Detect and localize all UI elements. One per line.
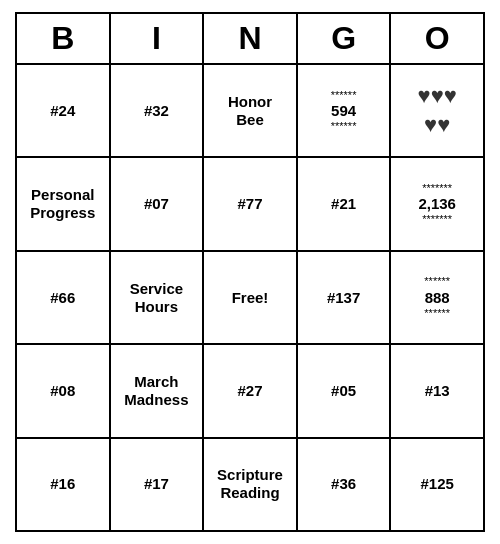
- bingo-cell: ♥♥♥♥♥: [391, 65, 483, 156]
- bingo-cell: #137: [298, 252, 392, 343]
- bingo-cell: ******594******: [298, 65, 392, 156]
- bingo-cell: ServiceHours: [111, 252, 205, 343]
- bingo-cell: #32: [111, 65, 205, 156]
- bingo-cell: #07: [111, 158, 205, 249]
- bingo-cell: MarchMadness: [111, 345, 205, 436]
- bingo-cell: #66: [17, 252, 111, 343]
- bingo-cell: #125: [391, 439, 483, 530]
- bingo-cell: ******888******: [391, 252, 483, 343]
- bingo-cell: #21: [298, 158, 392, 249]
- header-letter: B: [17, 14, 111, 63]
- bingo-cell: ScriptureReading: [204, 439, 298, 530]
- bingo-cell: Free!: [204, 252, 298, 343]
- header-letter: G: [298, 14, 392, 63]
- bingo-cell: #13: [391, 345, 483, 436]
- header-letter: N: [204, 14, 298, 63]
- header-letter: O: [391, 14, 483, 63]
- bingo-card: BINGO #24#32HonorBee******594******♥♥♥♥♥…: [15, 12, 485, 532]
- bingo-cell: HonorBee: [204, 65, 298, 156]
- bingo-row: #66ServiceHoursFree!#137******888******: [17, 252, 483, 345]
- bingo-cell: #17: [111, 439, 205, 530]
- bingo-row: PersonalProgress#07#77#21*******2,136***…: [17, 158, 483, 251]
- bingo-row: #16#17ScriptureReading#36#125: [17, 439, 483, 530]
- bingo-cell: #24: [17, 65, 111, 156]
- bingo-cell: #27: [204, 345, 298, 436]
- bingo-cell: #08: [17, 345, 111, 436]
- bingo-cell: #16: [17, 439, 111, 530]
- bingo-body: #24#32HonorBee******594******♥♥♥♥♥Person…: [17, 65, 483, 530]
- bingo-cell: PersonalProgress: [17, 158, 111, 249]
- bingo-row: #24#32HonorBee******594******♥♥♥♥♥: [17, 65, 483, 158]
- bingo-header: BINGO: [17, 14, 483, 65]
- bingo-cell: #05: [298, 345, 392, 436]
- bingo-cell: #77: [204, 158, 298, 249]
- bingo-cell: *******2,136*******: [391, 158, 483, 249]
- bingo-row: #08MarchMadness#27#05#13: [17, 345, 483, 438]
- bingo-cell: #36: [298, 439, 392, 530]
- header-letter: I: [111, 14, 205, 63]
